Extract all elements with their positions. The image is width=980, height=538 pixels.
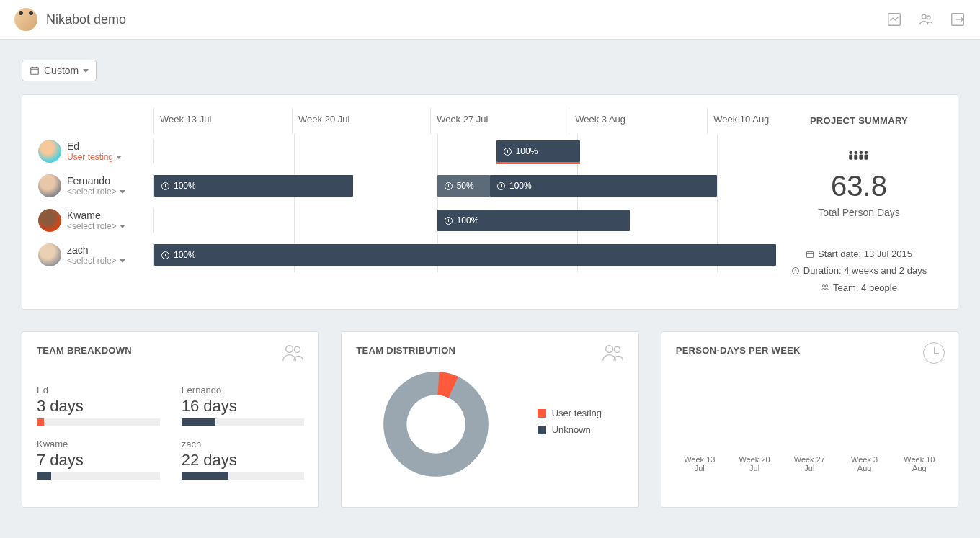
person-cell: Ed User testing xyxy=(38,140,153,163)
team-distribution-panel: TEAM DISTRIBUTION User testingUnknown xyxy=(341,331,638,508)
allocation-label: 50% xyxy=(457,181,474,191)
bar-label: Week 27 Jul xyxy=(788,455,830,472)
donut-chart xyxy=(356,370,515,478)
app-title: Nikabot demo xyxy=(46,12,126,27)
role-selector[interactable]: User testing xyxy=(67,152,122,162)
clock-icon xyxy=(445,182,453,190)
role-selector[interactable]: <select role> xyxy=(67,187,125,197)
timeline-track: 100% xyxy=(153,243,776,267)
summary-meta: Start date: 13 Jul 2015 Duration: 4 week… xyxy=(776,246,942,296)
allocation-label: 100% xyxy=(174,181,196,191)
clock-icon xyxy=(445,217,453,225)
allocation-bar[interactable]: 100% xyxy=(154,244,776,266)
person-col-header xyxy=(38,108,153,134)
breakdown-bar xyxy=(182,418,305,426)
legend-item: User testing xyxy=(538,408,624,418)
svg-point-23 xyxy=(413,401,459,447)
breakdown-name: Kwame xyxy=(37,439,160,449)
allocation-bar[interactable]: 50% xyxy=(437,175,490,197)
timeline-area: Week 13 Jul Week 20 Jul Week 27 Jul Week… xyxy=(38,108,776,296)
person-cell: zach <select role> xyxy=(38,243,153,266)
breakdown-name: zach xyxy=(182,439,305,449)
panel-title: TEAM DISTRIBUTION xyxy=(356,345,623,356)
clock-icon xyxy=(161,251,169,259)
content-area: Custom Week 13 Jul Week 20 Jul Week 27 J… xyxy=(0,40,980,528)
allocation-bar[interactable]: 100% xyxy=(154,175,353,197)
team-size: Team: 4 people xyxy=(833,279,897,296)
chevron-down-icon xyxy=(120,259,125,263)
bar-column: Week 10 Aug xyxy=(899,451,940,472)
people-icon xyxy=(281,342,306,364)
timeline-row: Kwame <select role> 100% xyxy=(38,203,776,238)
summary-title: PROJECT SUMMARY xyxy=(776,115,942,126)
bar-column: Week 27 Jul xyxy=(788,451,830,472)
avatar[interactable] xyxy=(38,174,61,197)
avatar[interactable] xyxy=(38,243,61,266)
people-icon[interactable] xyxy=(918,12,934,27)
breakdown-days: 7 days xyxy=(37,451,160,470)
start-date: Start date: 13 Jul 2015 xyxy=(818,246,912,262)
role-selector[interactable]: <select role> xyxy=(67,256,125,266)
breakdown-days: 22 days xyxy=(182,451,305,470)
team-icon xyxy=(821,283,829,292)
person-cell: Fernando <select role> xyxy=(38,174,153,197)
role-selector[interactable]: <select role> xyxy=(67,221,125,231)
chevron-down-icon xyxy=(116,156,122,159)
breakdown-bar xyxy=(182,472,305,480)
allocation-bar[interactable]: 100% xyxy=(437,210,631,231)
svg-point-18 xyxy=(295,347,300,353)
clock-icon xyxy=(923,342,945,364)
svg-point-16 xyxy=(826,285,828,287)
breakdown-grid: Ed 3 days Fernando 16 days Kwame 7 days … xyxy=(37,385,304,480)
breakdown-name: Ed xyxy=(37,385,160,395)
svg-rect-4 xyxy=(31,68,39,74)
panel-title: TEAM BREAKDOWN xyxy=(37,345,304,356)
allocation-bar[interactable]: 100% xyxy=(490,175,717,197)
chart-icon[interactable] xyxy=(886,12,902,27)
person-name: zach xyxy=(67,244,125,256)
chevron-down-icon xyxy=(120,190,125,194)
allocation-bar[interactable]: 100% xyxy=(496,140,581,162)
breakdown-bar xyxy=(37,418,160,426)
legend-swatch xyxy=(538,426,546,434)
duration: Duration: 4 weeks and 2 days xyxy=(803,262,927,279)
allocation-label: 100% xyxy=(457,215,479,225)
bar-column: Week 13 Jul xyxy=(679,451,721,472)
svg-point-7 xyxy=(854,151,858,154)
breakdown-name: Fernando xyxy=(182,385,305,395)
week-header: Week 13 Jul xyxy=(153,108,292,134)
svg-point-19 xyxy=(605,346,612,353)
svg-point-20 xyxy=(614,347,620,353)
chevron-down-icon xyxy=(120,225,125,228)
clock-icon xyxy=(497,182,505,190)
bar-column: Week 3 Aug xyxy=(843,451,885,472)
distribution-legend: User testingUnknown xyxy=(538,408,624,441)
timeline-header: Week 13 Jul Week 20 Jul Week 27 Jul Week… xyxy=(38,108,776,134)
timeline-track: 100% xyxy=(153,208,776,233)
timeline-row: Ed User testing 100% xyxy=(38,134,776,169)
panel-title: PERSON-DAYS PER WEEK xyxy=(676,345,943,356)
legend-label: User testing xyxy=(552,408,602,418)
logout-icon[interactable] xyxy=(950,12,966,27)
person-cell: Kwame <select role> xyxy=(38,209,153,232)
allocation-label: 100% xyxy=(174,250,196,260)
svg-rect-13 xyxy=(807,251,814,257)
bar-label: Week 10 Aug xyxy=(899,455,940,472)
svg-point-9 xyxy=(860,151,863,154)
date-range-label: Custom xyxy=(44,65,79,76)
breakdown-days: 3 days xyxy=(37,397,160,416)
breakdown-item: Fernando 16 days xyxy=(182,385,305,426)
svg-point-5 xyxy=(849,151,852,154)
bar-label: Week 20 Jul xyxy=(734,455,775,472)
bar-label: Week 13 Jul xyxy=(679,455,721,472)
avatar[interactable] xyxy=(38,209,61,232)
breakdown-days: 16 days xyxy=(182,397,305,416)
calendar-icon xyxy=(806,250,814,259)
week-header: Week 3 Aug xyxy=(569,108,707,134)
person-name: Fernando xyxy=(67,175,125,187)
avatar[interactable] xyxy=(38,140,61,163)
timeline-track: 100%50%100% xyxy=(153,174,776,198)
bottom-panels: TEAM BREAKDOWN Ed 3 days Fernando 16 day… xyxy=(22,331,958,508)
timeline-row: Fernando <select role> 100%50%100% xyxy=(38,169,776,203)
date-range-button[interactable]: Custom xyxy=(22,60,97,81)
